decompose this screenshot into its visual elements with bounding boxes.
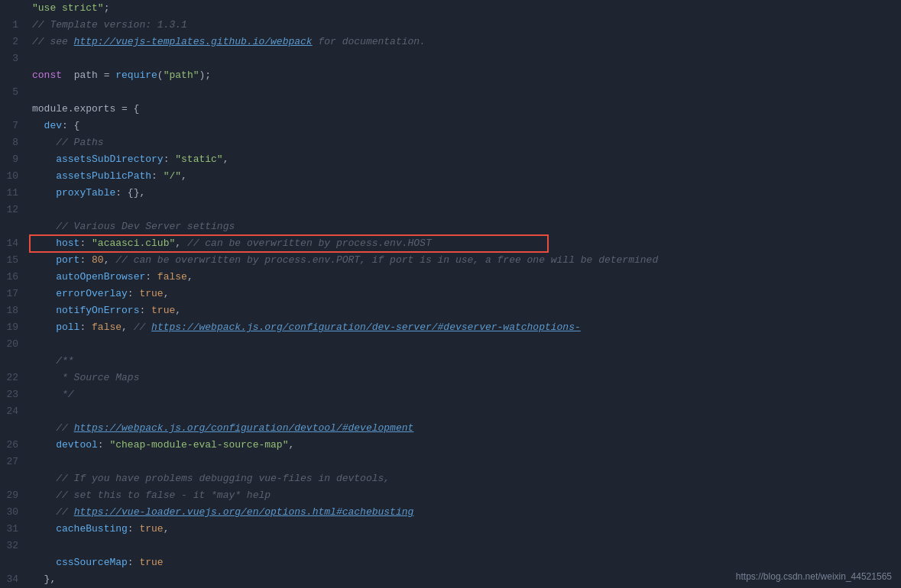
code-line-31: 30 // https://vue-loader.vuejs.org/en/op… [0,504,901,521]
code-line-29: // If you have problems debugging vue-fi… [0,470,901,487]
code-line-28: 27 [0,454,901,470]
code-line-13: 12 [0,202,901,218]
code-line-32: 31 cacheBusting: true, [0,521,901,538]
code-line-10: 9 assetsSubDirectory: "static", [0,151,901,168]
code-line-6: 5 [0,84,901,101]
code-line-17: 16 autoOpenBrowser: false, [0,269,901,286]
code-line-30: 29 // set this to false - it *may* help [0,487,901,504]
code-line-11: 10 assetsPublicPath: "/", [0,168,901,185]
code-line-1: "use strict"; [0,0,901,17]
code-line-19: 18 notifyOnErrors: true, [0,302,901,319]
code-line-24: 23 */ [0,386,901,403]
code-line-25: 24 [0,403,901,420]
code-line-20: 19 poll: false, // https://webpack.js.or… [0,319,901,336]
code-line-8: 7 dev: { [0,118,901,134]
code-line-5: const path = require("path"); [0,67,901,84]
code-line-23: 22 * Source Maps [0,370,901,386]
code-line-33: 32 [0,538,901,554]
code-line-9: 8 // Paths [0,134,901,151]
code-line-26: // https://webpack.js.org/configuration/… [0,420,901,437]
code-container: "use strict"; 1 // Template version: 1.3… [0,0,901,588]
code-line-2: 1 // Template version: 1.3.1 [0,17,901,34]
code-line-18: 17 errorOverlay: true, [0,286,901,302]
code-line-15: 14 host: "acaasci.club", // can be overw… [0,235,901,252]
code-line-16: 15 port: 80, // can be overwritten by pr… [0,252,901,269]
code-line-12: 11 proxyTable: {}, [0,185,901,202]
code-line-22: /** [0,353,901,370]
code-line-14: // Various Dev Server settings [0,218,901,235]
code-line-7: module.exports = { [0,101,901,118]
code-line-34: cssSourceMap: true [0,554,901,571]
code-line-3: 2 // see http://vuejs-templates.github.i… [0,34,901,50]
code-line-21: 20 [0,336,901,353]
watermark: https://blog.csdn.net/weixin_44521565 [736,571,892,582]
code-line-27: 26 devtool: "cheap-module-eval-source-ma… [0,437,901,454]
code-line-4: 3 [0,50,901,67]
